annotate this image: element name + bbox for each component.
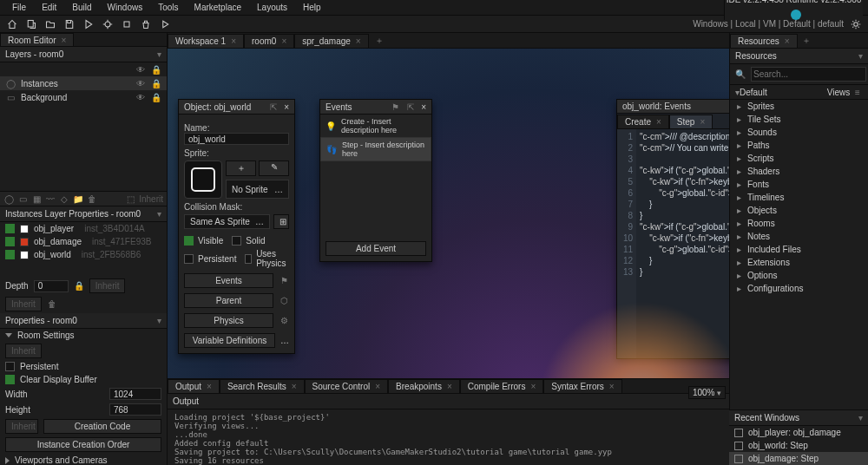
- tab-breakpoints[interactable]: Breakpoints×: [388, 379, 460, 393]
- recent-item[interactable]: obj_damage: Step: [729, 452, 868, 465]
- sprite-preview[interactable]: [184, 160, 222, 199]
- pin-icon[interactable]: ⇱: [405, 102, 416, 112]
- inherit-button[interactable]: Inherit: [5, 297, 42, 311]
- menu-help[interactable]: Help: [296, 1, 328, 14]
- menu-layouts[interactable]: Layouts: [250, 1, 294, 14]
- add-tab-icon[interactable]: ＋: [374, 36, 385, 46]
- events-button[interactable]: Events: [184, 273, 273, 288]
- add-asset-layer-icon[interactable]: ◇: [59, 193, 69, 204]
- tree-options[interactable]: ▸Options: [730, 269, 868, 282]
- menu-build[interactable]: Build: [65, 1, 98, 14]
- clean-icon[interactable]: [139, 17, 153, 31]
- tab-search-results[interactable]: Search Results×: [220, 379, 305, 393]
- tree-objects[interactable]: ▸Objects: [730, 204, 868, 217]
- default-config-label[interactable]: Default: [740, 88, 767, 97]
- tree-timelines[interactable]: ▸Timelines: [730, 191, 868, 204]
- play-icon[interactable]: [158, 17, 172, 31]
- visibility-icon[interactable]: 👁: [135, 64, 146, 75]
- menu-tools[interactable]: Tools: [151, 1, 185, 14]
- visible-checkbox[interactable]: [184, 236, 194, 246]
- lock-icon[interactable]: 🔒: [151, 92, 161, 102]
- collapse-icon[interactable]: ▾: [157, 316, 161, 325]
- depth-input[interactable]: [34, 280, 69, 292]
- edit-sprite-button[interactable]: ✎: [259, 160, 289, 176]
- tree-sprites[interactable]: ▸Sprites: [730, 100, 868, 113]
- inherit-icon[interactable]: ⬚: [125, 193, 135, 204]
- debug-icon[interactable]: [101, 17, 115, 31]
- menu-edit[interactable]: Edit: [35, 1, 63, 14]
- edit-mask-button[interactable]: ⊞: [273, 214, 289, 229]
- collapse-icon[interactable]: ▾: [157, 209, 161, 219]
- tree-configurations[interactable]: ▸Configurations: [730, 282, 868, 295]
- add-path-layer-icon[interactable]: 〰: [45, 193, 56, 204]
- instance-order-button[interactable]: Instance Creation Order: [5, 437, 161, 452]
- lock-icon[interactable]: 🔒: [151, 64, 161, 75]
- lock-icon[interactable]: 🔒: [151, 78, 161, 88]
- persistent-checkbox[interactable]: [5, 362, 15, 371]
- solid-checkbox[interactable]: [232, 236, 241, 246]
- close-icon[interactable]: ×: [231, 36, 236, 46]
- layer-background[interactable]: ▭ Background 👁 🔒: [0, 90, 167, 104]
- instance-row[interactable]: obj_damageinst_471FE93B: [0, 235, 167, 248]
- tree-rooms[interactable]: ▸Rooms: [730, 217, 868, 230]
- open-icon[interactable]: [43, 17, 57, 31]
- target-status[interactable]: Windows | Local | VM | Default | default: [693, 19, 844, 29]
- add-instance-layer-icon[interactable]: ◯: [3, 193, 14, 204]
- tree-included-files[interactable]: ▸Included Files: [730, 243, 868, 256]
- parent-button[interactable]: Parent: [184, 293, 273, 308]
- viewports-toggle[interactable]: Viewports and Cameras: [0, 454, 167, 465]
- code-tab-create[interactable]: Create×: [617, 115, 669, 128]
- inherit-button[interactable]: Inherit: [5, 419, 38, 434]
- output-log[interactable]: Loading project '${base_project}' Verify…: [168, 409, 729, 465]
- tab-room0[interactable]: room0×: [244, 34, 294, 48]
- persistent-checkbox[interactable]: [184, 254, 194, 264]
- resources-search-input[interactable]: [751, 67, 866, 82]
- tree-sounds[interactable]: ▸Sounds: [730, 126, 868, 139]
- vardef-button[interactable]: Variable Definitions: [184, 333, 275, 348]
- lock-icon[interactable]: 🔒: [74, 281, 84, 291]
- object-name-input[interactable]: [184, 133, 289, 145]
- tab-room-editor[interactable]: Room Editor×: [0, 33, 74, 47]
- add-bg-layer-icon[interactable]: ▭: [17, 193, 28, 204]
- trash-icon[interactable]: 🗑: [47, 299, 57, 310]
- tree-notes[interactable]: ▸Notes: [730, 230, 868, 243]
- close-icon[interactable]: ×: [62, 36, 67, 45]
- physics-checkbox[interactable]: [245, 254, 252, 264]
- visibility-icon[interactable]: 👁: [135, 92, 146, 102]
- instance-row[interactable]: obj_worldinst_2FB568B6: [0, 248, 167, 261]
- tree-shaders[interactable]: ▸Shaders: [730, 165, 868, 178]
- tree-tile-sets[interactable]: ▸Tile Sets: [730, 113, 868, 126]
- tab-source-control[interactable]: Source Control×: [305, 379, 389, 393]
- zoom-indicator[interactable]: 100% ▾: [688, 386, 726, 399]
- collapse-icon[interactable]: ▾: [858, 51, 863, 61]
- add-tab-icon[interactable]: ＋: [801, 36, 812, 46]
- close-icon[interactable]: ×: [785, 36, 790, 46]
- width-input[interactable]: [109, 388, 161, 400]
- menu-marketplace[interactable]: Marketplace: [187, 1, 248, 14]
- recent-item[interactable]: obj_player: obj_damage: [729, 426, 868, 439]
- views-label[interactable]: Views: [827, 88, 851, 97]
- checkbox-icon[interactable]: [5, 224, 15, 233]
- delete-layer-icon[interactable]: 🗑: [87, 193, 97, 204]
- physics-button[interactable]: Physics: [184, 313, 273, 328]
- new-sprite-button[interactable]: ＋: [226, 160, 256, 176]
- recent-item[interactable]: obj_world: Step: [729, 439, 868, 452]
- layer-instances[interactable]: ◯ Instances 👁 🔒: [0, 76, 167, 90]
- close-icon[interactable]: ×: [421, 102, 426, 112]
- collapse-icon[interactable]: ▾: [157, 49, 161, 59]
- build-icon[interactable]: [82, 17, 95, 31]
- checkbox-icon[interactable]: [5, 237, 15, 246]
- height-input[interactable]: [109, 403, 161, 416]
- save-icon[interactable]: [62, 17, 76, 31]
- tab-workspace1[interactable]: Workspace 1×: [168, 34, 244, 48]
- clear-buffer-checkbox[interactable]: [5, 375, 15, 384]
- collapse-icon[interactable]: ▾: [858, 413, 863, 422]
- tab-resources[interactable]: Resources×: [730, 34, 798, 48]
- visibility-icon[interactable]: 👁: [135, 78, 146, 88]
- tree-scripts[interactable]: ▸Scripts: [730, 152, 868, 165]
- add-event-button[interactable]: Add Event: [326, 241, 426, 256]
- code-editor[interactable]: 12345678910111213 "c-cm">/// @descriptio…: [617, 129, 729, 358]
- tab-compile-errors[interactable]: Compile Errors×: [460, 379, 544, 393]
- sprite-select[interactable]: No Sprite…: [226, 180, 289, 199]
- event-create[interactable]: 💡Create - Insert description here: [320, 115, 431, 137]
